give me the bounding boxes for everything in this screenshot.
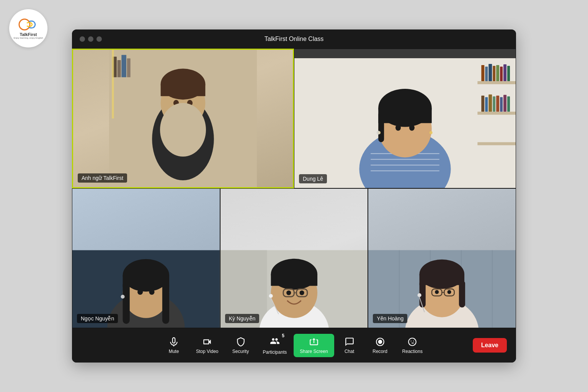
participants-badge-container: 5 (270, 336, 280, 348)
chat-label: Chat (345, 349, 354, 354)
svg-point-47 (376, 131, 380, 135)
record-circle-icon (375, 337, 385, 347)
toolbar: Mute Stop Video Security 5 Participan (72, 328, 516, 363)
svg-point-90 (418, 293, 421, 297)
svg-rect-26 (481, 96, 484, 112)
video-cell-speaker2: Dung Lê (294, 49, 516, 188)
leave-button[interactable]: Leave (473, 338, 507, 353)
title-bar: TalkFirst Online Class (72, 29, 516, 49)
svg-rect-27 (485, 97, 488, 112)
svg-rect-29 (493, 96, 495, 112)
svg-point-46 (409, 125, 415, 131)
reactions-label: Reactions (402, 349, 423, 354)
svg-rect-5 (127, 58, 131, 77)
svg-rect-84 (459, 281, 465, 308)
participant-label-speaker2: Dung Lê (299, 174, 327, 183)
svg-point-12 (187, 100, 193, 106)
video-cell-speaker1: Anh ngữ TalkFirst (72, 49, 294, 188)
svg-rect-19 (485, 67, 488, 81)
svg-rect-3 (118, 60, 121, 77)
svg-rect-28 (488, 95, 492, 112)
emoji-icon: + (407, 337, 417, 347)
svg-point-71 (269, 294, 273, 298)
participants-count: 5 (282, 333, 284, 338)
stop-video-button[interactable]: Stop Video (189, 334, 225, 357)
svg-rect-16 (477, 112, 516, 115)
share-screen-label: Share Screen (300, 349, 328, 354)
video-grid: Anh ngữ TalkFirst (72, 49, 516, 328)
svg-point-11 (173, 100, 179, 106)
svg-text:+: + (414, 338, 416, 340)
zoom-window: TalkFirst Online Class (72, 29, 516, 363)
svg-rect-41 (378, 108, 432, 123)
svg-point-56 (137, 289, 143, 295)
reactions-button[interactable]: + Reactions (395, 334, 430, 357)
chat-bubble-icon (345, 337, 354, 347)
svg-rect-20 (488, 64, 492, 81)
svg-rect-32 (503, 95, 506, 112)
svg-rect-10 (161, 84, 206, 96)
participants-label: Participants (263, 350, 287, 355)
svg-rect-15 (477, 81, 516, 84)
svg-rect-22 (496, 65, 499, 81)
meeting-title: TalkFirst Online Class (265, 36, 324, 42)
svg-rect-33 (507, 96, 510, 112)
record-label: Record (372, 349, 387, 354)
video-bottom-row: Ngọc Nguyễn (72, 188, 516, 328)
window-dot-1 (80, 36, 85, 42)
mute-label: Mute (169, 349, 179, 354)
svg-point-69 (286, 291, 291, 295)
window-dot-2 (88, 36, 93, 42)
video-cell-speaker5: Yên Hoàng (368, 188, 516, 328)
svg-rect-21 (493, 66, 495, 81)
svg-rect-18 (481, 65, 484, 81)
svg-rect-6 (112, 50, 114, 119)
stop-video-label: Stop Video (196, 349, 219, 354)
video-camera-icon (202, 337, 212, 347)
svg-point-44 (430, 131, 433, 134)
svg-point-93 (378, 340, 382, 344)
svg-rect-23 (500, 67, 503, 81)
svg-point-89 (448, 290, 451, 294)
svg-rect-55 (162, 281, 169, 324)
svg-point-45 (395, 125, 401, 131)
chat-button[interactable]: Chat (334, 334, 365, 357)
participants-button[interactable]: 5 Participants (256, 333, 294, 358)
participant-label-speaker5: Yên Hoàng (373, 314, 407, 323)
svg-rect-65 (271, 274, 317, 286)
svg-point-57 (149, 289, 154, 295)
security-button[interactable]: Security (225, 334, 256, 357)
svg-rect-30 (496, 96, 499, 112)
svg-rect-25 (507, 66, 510, 81)
mute-button[interactable]: Mute (158, 334, 189, 357)
svg-point-88 (435, 290, 439, 294)
talkfirst-logo: TalkFirst Enjoy learning, enjoy English (9, 9, 47, 47)
svg-point-0 (19, 19, 30, 30)
svg-rect-54 (123, 281, 130, 324)
share-screen-button[interactable]: Share Screen (294, 334, 334, 357)
window-dot-3 (96, 36, 102, 42)
svg-rect-24 (503, 64, 506, 81)
svg-point-70 (299, 291, 304, 295)
svg-rect-31 (500, 97, 503, 112)
video-cell-speaker3: Ngọc Nguyễn (72, 188, 220, 328)
share-arrow-icon (309, 337, 319, 347)
svg-rect-17 (477, 142, 516, 145)
security-label: Security (232, 349, 249, 354)
people-icon (270, 336, 280, 346)
window-controls (80, 36, 102, 42)
participant-label-speaker4: Kỳ Nguyễn (225, 314, 260, 323)
svg-rect-42 (378, 112, 384, 142)
svg-rect-4 (121, 55, 126, 77)
video-cell-speaker4: Kỳ Nguyễn (220, 188, 368, 328)
logo-tagline: Enjoy learning, enjoy English (13, 37, 43, 39)
participant-label-speaker1: Anh ngữ TalkFirst (78, 173, 127, 183)
svg-point-58 (121, 295, 125, 299)
svg-rect-82 (420, 274, 464, 285)
microphone-icon (169, 337, 179, 347)
shield-icon (236, 337, 246, 347)
logo-text: TalkFirst (20, 32, 37, 37)
participant-label-speaker3: Ngọc Nguyễn (77, 314, 118, 323)
svg-point-7 (152, 98, 214, 180)
record-button[interactable]: Record (365, 334, 395, 357)
